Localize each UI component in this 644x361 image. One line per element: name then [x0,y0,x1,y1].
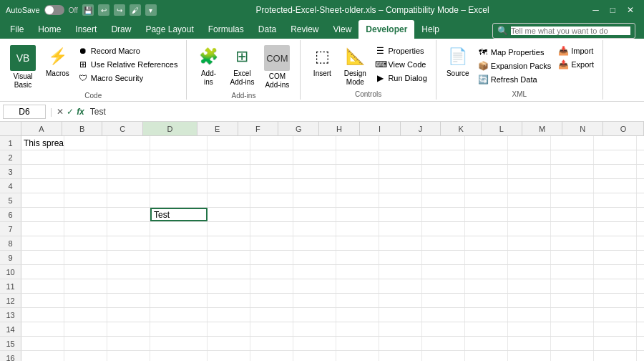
cell-E4[interactable] [208,179,250,193]
cell-G14[interactable] [293,322,336,336]
cell-M6[interactable] [551,208,594,221]
cell-B15[interactable] [64,337,107,350]
cell-G9[interactable] [293,251,336,264]
cell-N5[interactable] [594,193,637,207]
redo-icon[interactable]: ↪ [114,4,125,16]
cell-N4[interactable] [594,179,637,193]
cell-A8[interactable] [21,236,64,250]
save-icon[interactable]: 💾 [82,4,94,16]
cell-K11[interactable] [465,279,508,293]
col-header-j[interactable]: J [401,122,441,135]
cell-A14[interactable] [21,322,64,336]
search-input[interactable] [511,27,630,35]
col-header-i[interactable]: I [360,122,401,135]
cancel-formula-icon[interactable]: ✕ [57,107,64,117]
cell-N8[interactable] [594,236,637,250]
row-header-7[interactable]: 7 [0,222,21,236]
cell-L4[interactable] [508,179,551,193]
cell-H11[interactable] [336,279,379,293]
cell-A1[interactable]: This spreadsheet is locked. [21,136,64,150]
confirm-formula-icon[interactable]: ✓ [67,107,74,117]
cell-B16[interactable] [64,351,107,361]
cell-K15[interactable] [465,337,508,350]
cell-J2[interactable] [422,150,465,164]
cell-C11[interactable] [107,279,150,293]
cell-H3[interactable] [336,165,379,178]
cell-D15[interactable] [150,337,208,350]
cell-H5[interactable] [336,193,379,207]
col-header-a[interactable]: A [21,122,62,135]
col-header-h[interactable]: H [319,122,360,135]
cell-F13[interactable] [250,308,293,322]
cell-H8[interactable] [336,236,379,250]
cell-D5[interactable] [150,193,208,207]
tab-view[interactable]: View [326,20,359,39]
refresh-data-button[interactable]: 🔄 Refresh Data [475,73,554,86]
cell-J7[interactable] [422,222,465,236]
properties-button[interactable]: ☰ Properties [372,44,429,57]
cell-G6[interactable] [293,208,336,221]
cell-L8[interactable] [508,236,551,250]
cell-D13[interactable] [150,308,208,322]
cell-M5[interactable] [551,193,594,207]
cell-O14[interactable] [637,322,644,336]
cell-F9[interactable] [250,251,293,264]
cell-I8[interactable] [379,236,422,250]
cell-B12[interactable] [64,294,107,307]
cell-C6[interactable] [107,208,150,221]
cell-G15[interactable] [293,337,336,350]
cell-K10[interactable] [465,265,508,279]
cell-O6[interactable] [637,208,644,221]
row-header-5[interactable]: 5 [0,193,21,207]
tab-insert[interactable]: Insert [68,20,104,39]
cell-K4[interactable] [465,179,508,193]
cell-I3[interactable] [379,165,422,178]
cell-M4[interactable] [551,179,594,193]
cell-M7[interactable] [551,222,594,236]
close-button[interactable]: ✕ [623,4,638,16]
cell-E7[interactable] [208,222,250,236]
cell-A10[interactable] [21,265,64,279]
row-header-1[interactable]: 1 [0,136,21,150]
cell-reference[interactable]: D6 [3,105,46,119]
cell-B4[interactable] [64,179,107,193]
cell-K5[interactable] [465,193,508,207]
cell-D12[interactable] [150,294,208,307]
minimize-button[interactable]: ─ [588,4,603,16]
cell-H13[interactable] [336,308,379,322]
cell-L6[interactable] [508,208,551,221]
cell-F16[interactable] [250,351,293,361]
visual-basic-button[interactable]: VB VisualBasic [6,43,40,92]
cell-C16[interactable] [107,351,150,361]
expansion-packs-button[interactable]: 📦 Expansion Packs [475,59,554,72]
cell-D2[interactable] [150,150,208,164]
cell-K2[interactable] [465,150,508,164]
cell-O10[interactable] [637,265,644,279]
cell-D3[interactable] [150,165,208,178]
cell-J15[interactable] [422,337,465,350]
view-code-button[interactable]: ⌨ View Code [372,58,429,71]
col-header-d[interactable]: D [143,122,197,135]
cell-H15[interactable] [336,337,379,350]
cell-E1[interactable] [208,136,250,150]
cell-A13[interactable] [21,308,64,322]
cell-L9[interactable] [508,251,551,264]
row-header-12[interactable]: 12 [0,294,21,307]
cell-H16[interactable] [336,351,379,361]
cell-D6[interactable]: Test [150,208,208,221]
cell-F12[interactable] [250,294,293,307]
cell-J14[interactable] [422,322,465,336]
cell-N16[interactable] [594,351,637,361]
add-ins-button[interactable]: 🧩 Add-ins [192,43,224,89]
source-button[interactable]: 📄 Source [442,43,474,80]
cell-I14[interactable] [379,322,422,336]
cell-M10[interactable] [551,265,594,279]
cell-O3[interactable] [637,165,644,178]
col-header-o[interactable]: O [603,122,644,135]
cell-A3[interactable] [21,165,64,178]
row-header-15[interactable]: 15 [0,337,21,350]
tab-home[interactable]: Home [31,20,68,39]
cell-L13[interactable] [508,308,551,322]
cell-N3[interactable] [594,165,637,178]
cell-H14[interactable] [336,322,379,336]
